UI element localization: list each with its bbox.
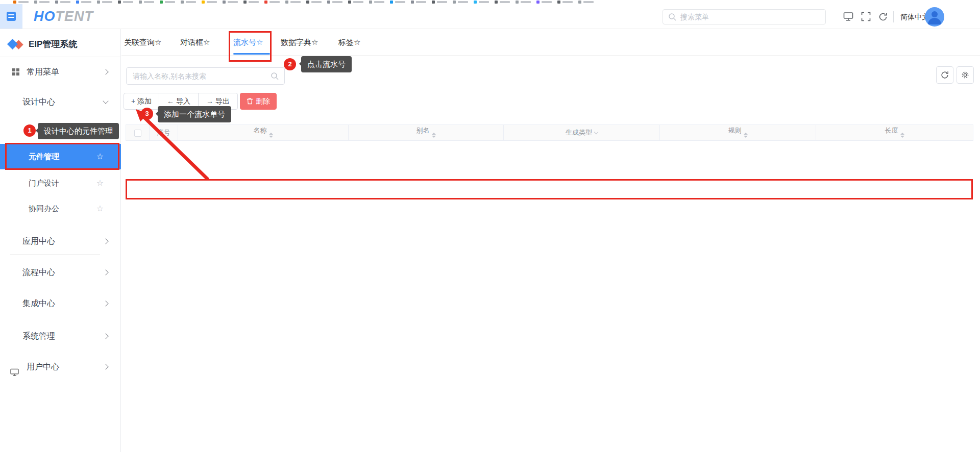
sidebar-item-design-center[interactable]: 设计中心	[0, 90, 121, 114]
sidebar-item-common-menu[interactable]: 常用菜单	[0, 60, 121, 84]
bookmark-favicon[interactable]	[348, 1, 351, 4]
bookmark-title[interactable]	[81, 1, 91, 3]
bookmark-title[interactable]	[311, 1, 322, 3]
bookmark-title[interactable]	[395, 1, 405, 3]
bookmark-favicon[interactable]	[411, 1, 414, 4]
column-header-name[interactable]: 名称	[178, 125, 349, 141]
column-header-length[interactable]: 长度	[816, 125, 973, 141]
bookmark-title[interactable]	[165, 1, 175, 3]
bookmark-title[interactable]	[374, 1, 384, 3]
column-header-rule[interactable]: 规则	[660, 125, 816, 141]
bookmark-title[interactable]	[458, 1, 468, 3]
bookmark-title[interactable]	[60, 1, 70, 3]
bookmark-favicon[interactable]	[264, 1, 267, 4]
favorite-star-icon[interactable]: ☆	[96, 171, 104, 194]
tab-label[interactable]: 标签☆	[338, 29, 360, 55]
tab-data-dictionary[interactable]: 数据字典☆	[281, 29, 318, 55]
bookmark-title[interactable]	[416, 1, 426, 3]
column-header-gen-type[interactable]: 生成类型	[504, 125, 660, 141]
sort-icon[interactable]	[432, 131, 436, 140]
bookmark-title[interactable]	[207, 1, 217, 3]
bookmark-favicon[interactable]	[202, 1, 205, 4]
bookmark-favicon[interactable]	[390, 1, 393, 4]
bookmark-favicon[interactable]	[369, 1, 372, 4]
bookmark-title[interactable]	[521, 1, 531, 3]
bookmark-title[interactable]	[542, 1, 552, 3]
tab-serial-number[interactable]: 流水号☆	[233, 29, 263, 55]
favorite-star-icon[interactable]: ☆	[96, 197, 104, 220]
sidebar-item-integration-center[interactable]: 集成中心	[0, 292, 121, 315]
bookmark-title[interactable]	[479, 1, 489, 3]
bookmark-title[interactable]	[270, 1, 280, 3]
bookmark-favicon[interactable]	[432, 1, 435, 4]
bookmark-favicon[interactable]	[578, 1, 581, 4]
bookmark-title[interactable]	[144, 1, 154, 3]
tab-dialog[interactable]: 对话框☆	[180, 29, 210, 55]
settings-button[interactable]	[957, 66, 974, 84]
bookmark-title[interactable]	[583, 1, 594, 3]
system-title: EIP管理系统	[29, 38, 77, 50]
bookmark-favicon[interactable]	[34, 1, 37, 4]
bookmark-favicon[interactable]	[243, 1, 247, 4]
bookmark-title[interactable]	[123, 1, 133, 3]
bookmark-favicon[interactable]	[55, 1, 58, 4]
bookmark-favicon[interactable]	[139, 1, 142, 4]
sidebar-item-user-center[interactable]: 用户中心	[0, 355, 121, 379]
refresh-icon[interactable]	[878, 12, 889, 22]
bookmark-favicon[interactable]	[160, 1, 163, 4]
sidebar-collapse-button[interactable]	[0, 4, 22, 29]
bookmark-favicon[interactable]	[97, 1, 100, 4]
sidebar-item-app-center[interactable]: 应用中心	[0, 230, 121, 253]
bookmark-favicon[interactable]	[76, 1, 79, 4]
sidebar-item-portal-design[interactable]: 门户设计 ☆	[0, 171, 121, 194]
monitor-icon[interactable]	[843, 12, 854, 22]
bookmark-title[interactable]	[353, 1, 363, 3]
bookmark-favicon[interactable]	[474, 1, 477, 4]
bookmark-title[interactable]	[437, 1, 447, 3]
delete-button[interactable]: 删除	[240, 93, 277, 110]
bookmark-favicon[interactable]	[13, 1, 16, 4]
sidebar-item-collaboration[interactable]: 协同办公 ☆	[0, 197, 121, 220]
filter-search-input[interactable]	[133, 68, 265, 84]
bookmark-favicon[interactable]	[453, 1, 456, 4]
bookmark-title[interactable]	[18, 1, 29, 3]
browser-bookmarks-bar	[0, 0, 980, 4]
bookmark-title[interactable]	[562, 1, 573, 3]
bookmark-favicon[interactable]	[223, 1, 226, 4]
fullscreen-icon[interactable]	[861, 12, 872, 22]
bookmark-favicon[interactable]	[536, 1, 540, 4]
bookmark-title[interactable]	[186, 1, 196, 3]
bookmark-favicon[interactable]	[557, 1, 560, 4]
sort-icon[interactable]	[269, 131, 273, 140]
bookmark-title[interactable]	[249, 1, 259, 3]
bookmark-title[interactable]	[228, 1, 238, 3]
sidebar-item-process-center[interactable]: 流程中心	[0, 261, 121, 284]
filter-chevron-icon[interactable]	[594, 130, 598, 134]
delete-button-label: 删除	[256, 97, 270, 105]
bookmark-favicon[interactable]	[516, 1, 519, 4]
bookmark-title[interactable]	[102, 1, 112, 3]
add-button[interactable]: +添加	[124, 93, 159, 110]
bookmark-favicon[interactable]	[285, 1, 288, 4]
select-all-checkbox[interactable]	[134, 130, 141, 137]
sort-icon[interactable]	[900, 131, 904, 140]
bookmark-favicon[interactable]	[181, 1, 184, 4]
refresh-button[interactable]	[936, 66, 953, 84]
bookmark-title[interactable]	[39, 1, 50, 3]
bookmark-favicon[interactable]	[495, 1, 498, 4]
favorite-star-icon[interactable]: ☆	[96, 144, 104, 169]
bookmark-favicon[interactable]	[327, 1, 330, 4]
sidebar-item-component-mgmt[interactable]: 元件管理 ☆	[0, 144, 121, 169]
bookmark-title[interactable]	[290, 1, 301, 3]
tab-related-query[interactable]: 关联查询☆	[124, 29, 161, 55]
sort-icon[interactable]	[744, 131, 748, 140]
bookmark-title[interactable]	[500, 1, 510, 3]
bookmark-favicon[interactable]	[306, 1, 309, 4]
bookmark-title[interactable]	[332, 1, 342, 3]
search-icon[interactable]	[271, 72, 279, 83]
user-avatar[interactable]	[925, 7, 944, 27]
column-header-alias[interactable]: 别名	[349, 125, 504, 141]
sidebar-item-system-mgmt[interactable]: 系统管理	[0, 324, 121, 348]
menu-search-input[interactable]	[680, 10, 818, 24]
bookmark-favicon[interactable]	[118, 1, 121, 4]
